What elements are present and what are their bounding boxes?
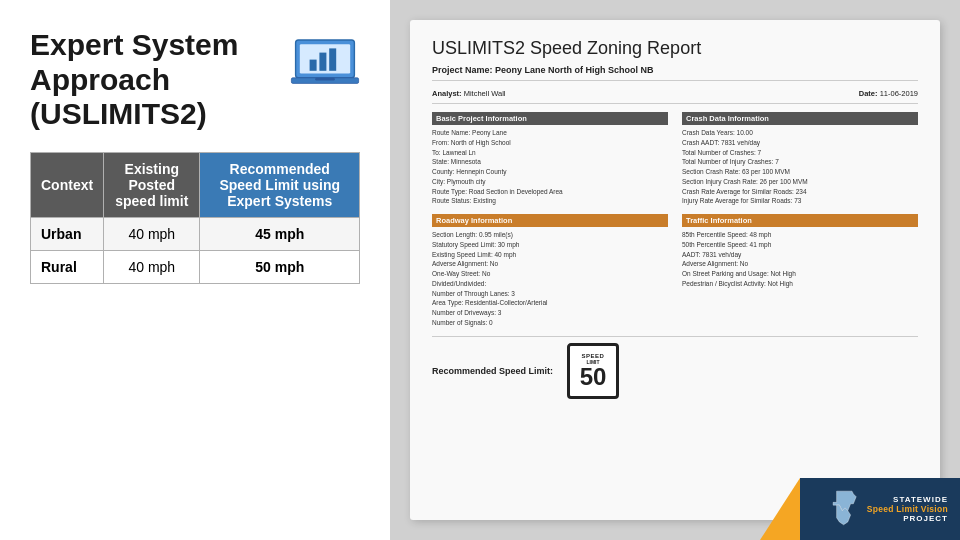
row-urban-context: Urban [31,217,104,250]
logo-statewide: STATEWIDE [867,495,948,504]
date-value: 11-06-2019 [880,89,918,98]
main-title: Expert System Approach (USLIMITS2) [30,28,274,132]
minnesota-icon [831,489,859,529]
comparison-table: Context Existing Posted speed limit Reco… [30,152,360,284]
col-header-context: Context [31,152,104,217]
report-bottom: Recommended Speed Limit: SPEED LIMIT 50 [432,336,918,399]
traffic-lines: 85th Percentile Speed: 48 mph50th Percen… [682,230,918,289]
analyst-label: Analyst: [432,89,462,98]
col-header-existing: Existing Posted speed limit [104,152,200,217]
left-panel: Expert System Approach (USLIMITS2) Conte… [0,0,390,540]
speed-limit-sign: SPEED LIMIT 50 [567,343,619,399]
logo-speed-limit-vision: Speed Limit Vision [867,504,948,514]
table-row: Urban 40 mph 45 mph [31,217,360,250]
logo-triangle-decoration [760,478,800,540]
roadway-lines: Section Length: 0.95 mile(s)Statutory Sp… [432,230,668,328]
svg-rect-2 [310,60,317,71]
title-row: Expert System Approach (USLIMITS2) [30,28,360,132]
svg-rect-4 [329,48,336,70]
analyst-value: Mitchell Wall [464,89,506,98]
col-header-recommended: Recommended Speed Limit using Expert Sys… [200,152,360,217]
date-label: Date: [859,89,878,98]
basic-info-col: Basic Project Information Route Name: Pe… [432,112,668,206]
row-urban-existing: 40 mph [104,217,200,250]
crash-data-title: Crash Data Information [682,112,918,125]
report-columns-top: Basic Project Information Route Name: Pe… [432,112,918,206]
right-panel: USLIMITS2 Speed Zoning Report Project Na… [390,0,960,540]
crash-data-lines: Crash Data Years: 10.00Crash AADT: 7831 … [682,128,918,206]
row-rural-existing: 40 mph [104,250,200,283]
report-project-name: Project Name: Peony Lane North of High S… [432,65,918,81]
crash-data-col: Crash Data Information Crash Data Years:… [682,112,918,206]
table-row: Rural 40 mph 50 mph [31,250,360,283]
basic-info-line: Route Name: Peony LaneFrom: North of Hig… [432,128,668,206]
row-rural-recommended: 50 mph [200,250,360,283]
analyst-field: Analyst: Mitchell Wall [432,89,506,98]
svg-rect-3 [319,53,326,71]
logo-strip: STATEWIDE Speed Limit Vision PROJECT [800,478,960,540]
roadway-col: Roadway Information Section Length: 0.95… [432,214,668,328]
recommended-speed-label: Recommended Speed Limit: [432,366,553,376]
laptop-icon [290,32,360,90]
row-urban-recommended: 45 mph [200,217,360,250]
svg-rect-6 [315,78,335,81]
logo-project: PROJECT [867,514,948,523]
row-rural-context: Rural [31,250,104,283]
date-field: Date: 11-06-2019 [859,89,918,98]
report-card: USLIMITS2 Speed Zoning Report Project Na… [410,20,940,520]
report-title: USLIMITS2 Speed Zoning Report [432,38,918,59]
roadway-title: Roadway Information [432,214,668,227]
logo-text-block: STATEWIDE Speed Limit Vision PROJECT [867,495,948,523]
report-meta-row: Analyst: Mitchell Wall Date: 11-06-2019 [432,89,918,104]
sl-number: 50 [580,365,607,389]
basic-info-title: Basic Project Information [432,112,668,125]
traffic-title: Traffic Information [682,214,918,227]
report-columns-bottom: Roadway Information Section Length: 0.95… [432,214,918,328]
traffic-col: Traffic Information 85th Percentile Spee… [682,214,918,328]
